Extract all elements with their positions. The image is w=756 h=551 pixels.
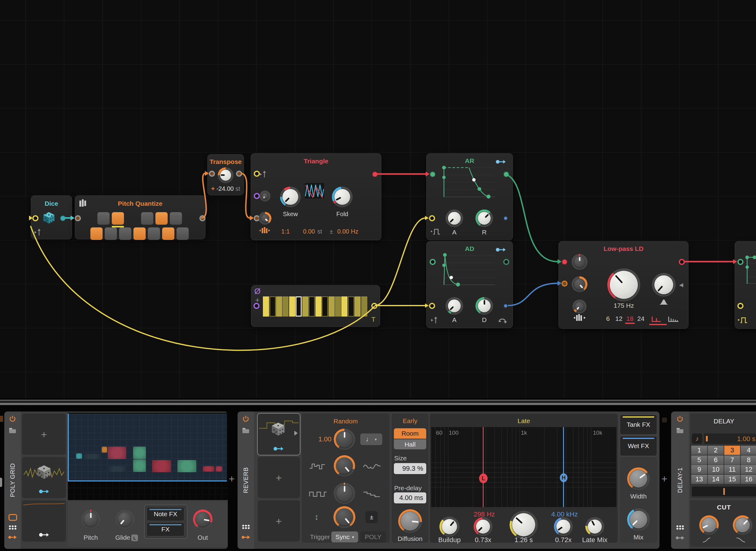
tank-fx-button[interactable]: Tank FX: [620, 415, 657, 435]
delay-step-12[interactable]: 12: [741, 465, 756, 474]
out-knob[interactable]: [193, 510, 213, 529]
triangle-pitch-knob[interactable]: [259, 212, 272, 225]
filter-mode-ladder-icon[interactable]: [668, 316, 679, 323]
glide-knob[interactable]: [115, 510, 134, 529]
expand-arrow-icon[interactable]: [294, 431, 298, 436]
key-4[interactable]: [289, 297, 295, 317]
fm-bipolar-icon[interactable]: ±: [330, 228, 333, 235]
remote-controls-icon[interactable]: [9, 525, 16, 530]
damping-eq-display[interactable]: 601001k10kLH: [431, 427, 617, 507]
pq-key-G#[interactable]: [155, 212, 167, 225]
module-transpose[interactable]: Transpose + -24.00 st: [207, 154, 244, 195]
pq-key-C#[interactable]: [97, 212, 110, 225]
note-fx-button[interactable]: Note FX: [146, 507, 184, 521]
ad-retrig-port[interactable]: [429, 303, 435, 309]
ad-envelope-display[interactable]: [442, 253, 496, 287]
ar-gate-in-port[interactable]: [430, 171, 436, 177]
ar-release-knob[interactable]: [475, 209, 493, 227]
remote-controls-icon[interactable]: [242, 524, 250, 529]
delay-step-11[interactable]: 11: [724, 465, 740, 474]
power-icon[interactable]: [9, 415, 16, 423]
delay-step-6[interactable]: 6: [708, 456, 724, 465]
module-pitch-quantize[interactable]: Pitch Quantize: [75, 195, 206, 239]
triangle-phase-knob[interactable]: [260, 190, 271, 201]
wet-fx-button[interactable]: Wet FX: [620, 436, 657, 456]
fx-button[interactable]: FX: [146, 522, 184, 536]
routing-icon[interactable]: [675, 535, 685, 541]
triangle-phase-port[interactable]: [254, 193, 260, 199]
dice-trigger-in-port[interactable]: [32, 215, 38, 221]
delay-step-8[interactable]: 8: [741, 456, 756, 465]
ar-attack-knob[interactable]: [445, 209, 463, 227]
routing-icon[interactable]: [241, 534, 250, 540]
routing-icon[interactable]: [8, 534, 17, 540]
modulator-slot-random-selected[interactable]: [258, 414, 300, 455]
low-mult-knob[interactable]: [473, 517, 492, 536]
grid-editor-icon[interactable]: [9, 514, 17, 521]
pole-12-button[interactable]: 12: [615, 315, 622, 322]
one-shot-icon[interactable]: [495, 158, 506, 165]
ratio-value[interactable]: 1:1: [281, 228, 290, 235]
power-icon[interactable]: [676, 415, 684, 423]
delay-step-1[interactable]: 1: [691, 446, 707, 455]
key-12[interactable]: [341, 297, 347, 317]
pq-key-A[interactable]: [162, 227, 174, 240]
keytrack-icon[interactable]: [259, 227, 271, 234]
add-device-button[interactable]: +: [229, 473, 235, 485]
device-header[interactable]: DELAY-1: [671, 412, 689, 549]
low-cut-handle[interactable]: L: [479, 474, 488, 483]
folder-icon[interactable]: [676, 427, 684, 434]
dice-out-port[interactable]: [60, 215, 66, 221]
delay-step-15[interactable]: 15: [724, 475, 740, 484]
poly-button[interactable]: POLY: [360, 531, 386, 542]
delay-step-16[interactable]: 16: [741, 475, 756, 484]
glide-mod-badge[interactable]: L: [131, 535, 138, 541]
pq-key-C[interactable]: [90, 227, 103, 240]
transpose-sign[interactable]: +: [211, 185, 215, 192]
pq-key-D[interactable]: [105, 227, 117, 240]
sync-dropdown[interactable]: Sync▾: [331, 531, 358, 542]
pole-18-button[interactable]: 18: [626, 315, 633, 322]
modulator-slot-add[interactable]: +: [258, 500, 300, 542]
random-amount-knob[interactable]: [333, 506, 355, 528]
ad-mod-out-port[interactable]: [504, 304, 508, 308]
random-rate-value[interactable]: 1.00: [319, 435, 332, 443]
transpose-value[interactable]: -24.00: [217, 185, 234, 192]
pq-out-port[interactable]: [200, 215, 206, 221]
size-value[interactable]: 99.3 %: [394, 463, 426, 474]
h-scrollbar-thumb[interactable]: [0, 403, 756, 405]
ar-out-port[interactable]: [503, 171, 509, 177]
folder-icon[interactable]: [242, 427, 250, 434]
key-3[interactable]: [283, 297, 289, 317]
key-14[interactable]: [355, 297, 361, 317]
device-polygrid[interactable]: POLY GRID +: [4, 412, 228, 549]
time-slider[interactable]: 1.00 s: [704, 434, 756, 444]
delay-step-14[interactable]: 14: [708, 475, 724, 484]
note-sync-button[interactable]: ♪: [692, 434, 702, 444]
ad-attack-knob[interactable]: [445, 297, 463, 315]
module-ar[interactable]: AR A R: [426, 153, 513, 240]
waveform-display[interactable]: [305, 183, 324, 199]
module-lowpass[interactable]: Low-pass LD 175 Hz 6121824 ◀: [558, 241, 689, 329]
pq-key-G[interactable]: [148, 227, 160, 240]
pq-key-A#[interactable]: [170, 212, 182, 225]
ad-gate-in-port[interactable]: [430, 259, 436, 265]
device-header[interactable]: REVERB: [238, 412, 254, 549]
delay-step-13[interactable]: 13: [691, 475, 707, 484]
high-cut-line[interactable]: [563, 427, 564, 507]
power-icon[interactable]: [242, 415, 250, 423]
key-9[interactable]: [322, 297, 328, 317]
pq-key-F[interactable]: [133, 227, 146, 240]
delay-step-4[interactable]: 4: [741, 446, 756, 455]
add-device-button[interactable]: +: [661, 473, 668, 485]
random-rate-knob[interactable]: [334, 429, 355, 450]
key-2[interactable]: [276, 297, 282, 317]
key-8[interactable]: [315, 297, 322, 317]
random-smooth-knob[interactable]: [334, 455, 355, 477]
room-button[interactable]: Room: [394, 428, 426, 439]
transpose-out-port[interactable]: [236, 171, 242, 177]
key-15[interactable]: [361, 297, 367, 317]
predelay-value[interactable]: 4.00 ms: [394, 492, 426, 503]
late-mix-knob[interactable]: [585, 517, 604, 536]
remote-controls-icon[interactable]: [676, 525, 684, 530]
